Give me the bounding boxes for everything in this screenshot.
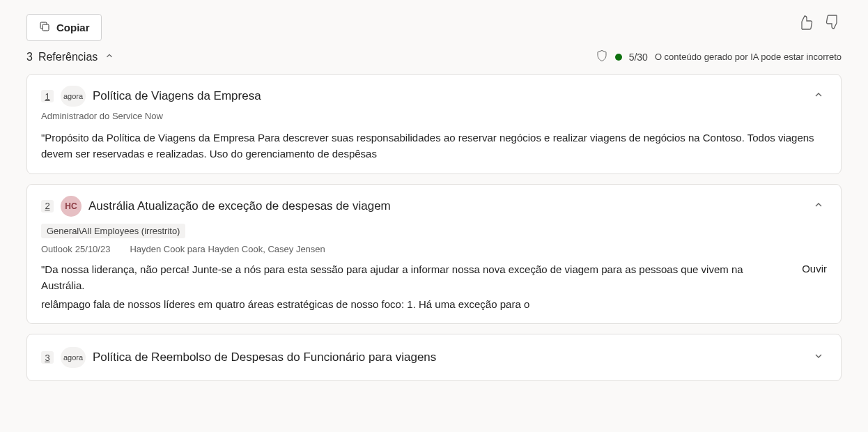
main-panel: Copiar 3 Referências 5/30 O conteúdo ger [14, 14, 854, 394]
reference-source-badge: agora [61, 347, 86, 368]
reference-header-left[interactable]: 3 agora Política de Reembolso de Despesa… [41, 347, 802, 368]
reference-index: 1 [41, 90, 54, 102]
reference-header-left[interactable]: 1 agora Política de Viagens da Empresa [41, 86, 802, 107]
reference-title: Austrália Atualização de exceção de desp… [88, 199, 391, 213]
copy-button-label: Copiar [56, 22, 90, 33]
reference-source-badge: agora [61, 86, 86, 107]
reference-meta: Outlook 25/10/23 Hayden Cook para Hayden… [41, 244, 827, 254]
reference-tag: General\All Employees (irrestrito) [41, 224, 185, 238]
reference-header: 1 agora Política de Viagens da Empresa [41, 86, 827, 107]
ai-disclaimer: O conteúdo gerado por IA pode estar inco… [655, 52, 842, 62]
thumbs-down-icon[interactable] [825, 14, 842, 33]
reference-header: 2 HC Austrália Atualização de exceção de… [41, 196, 827, 217]
reference-source-avatar: HC [61, 196, 82, 217]
reference-title: Política de Reembolso de Despesas do Fun… [93, 350, 436, 364]
status-row: 3 Referências 5/30 O conteúdo gerado por… [26, 49, 842, 64]
reference-body: "Da nossa liderança, não perca! Junte-se… [41, 261, 788, 294]
chevron-up-icon [100, 51, 114, 63]
reference-title: Política de Viagens da Empresa [93, 89, 261, 103]
references-label: Referências [38, 51, 98, 63]
thumbs-up-icon[interactable] [797, 14, 814, 33]
toolbar: Copiar [26, 14, 842, 41]
reference-index: 2 [41, 200, 54, 213]
listen-link[interactable]: Ouvir [802, 261, 827, 275]
reference-card: 3 agora Política de Reembolso de Despesa… [26, 334, 842, 381]
reference-body: "Propósito da Política de Viagens da Emp… [41, 130, 827, 162]
references-toggle[interactable]: 3 Referências [26, 51, 114, 63]
reference-header-left[interactable]: 2 HC Austrália Atualização de exceção de… [41, 196, 802, 217]
reference-body-line2: relâmpago fala de nossos líderes em quat… [41, 296, 827, 312]
feedback-group [797, 14, 842, 33]
svg-rect-0 [42, 24, 49, 31]
chevron-up-icon[interactable] [810, 196, 827, 216]
reference-card: 1 agora Política de Viagens da Empresa A… [26, 74, 842, 174]
shield-icon [596, 49, 608, 64]
copy-icon [38, 20, 51, 35]
reference-meta-app: Outlook [41, 244, 72, 254]
references-list: 1 agora Política de Viagens da Empresa A… [26, 74, 842, 381]
status-counter: 5/30 [629, 52, 648, 63]
reference-subheader: Administrador do Service Now [41, 111, 827, 121]
reference-index: 3 [41, 351, 54, 364]
chevron-down-icon[interactable] [810, 348, 827, 367]
reference-card: 2 HC Austrália Atualização de exceção de… [26, 184, 842, 325]
reference-meta-from: Hayden Cook para Hayden Cook, Casey Jens… [130, 244, 325, 254]
chevron-up-icon[interactable] [810, 86, 827, 106]
reference-header: 3 agora Política de Reembolso de Despesa… [41, 347, 827, 368]
copy-button[interactable]: Copiar [26, 14, 102, 41]
reference-body-row: "Da nossa liderança, não perca! Junte-se… [41, 261, 827, 294]
reference-meta-date: 25/10/23 [75, 244, 111, 254]
status-right: 5/30 O conteúdo gerado por IA pode estar… [596, 49, 842, 64]
references-count: 3 [26, 51, 33, 63]
status-dot-icon [615, 54, 622, 61]
